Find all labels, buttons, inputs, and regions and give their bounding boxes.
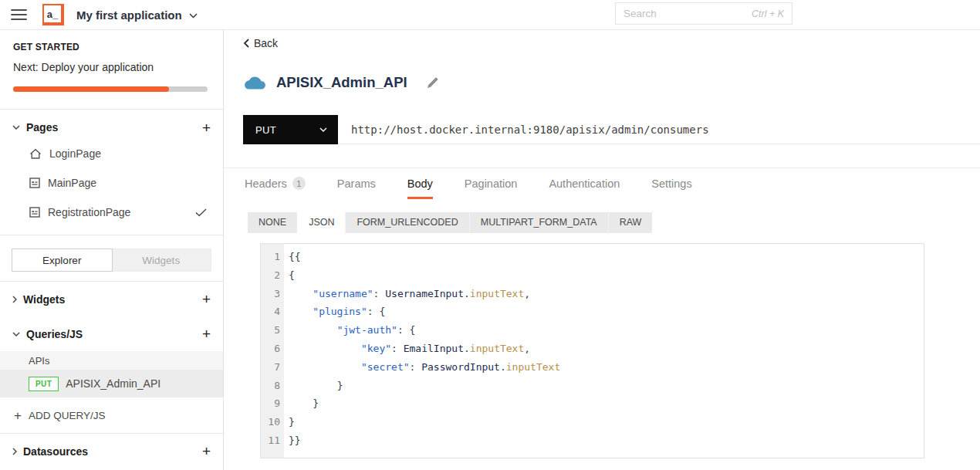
page-icon xyxy=(29,178,40,188)
search-input[interactable] xyxy=(623,8,752,19)
code-line[interactable]: } xyxy=(289,413,924,431)
topbar: a_ My first application Ctrl + K xyxy=(0,0,980,30)
home-icon xyxy=(29,148,42,160)
pages-section-header[interactable]: Pages xyxy=(12,116,211,139)
sidebar-item-loginpage[interactable]: LoginPage xyxy=(12,139,211,168)
http-method-dropdown[interactable]: PUT xyxy=(243,115,338,144)
api-name-title: APISIX_Admin_API xyxy=(276,74,407,91)
tab-body[interactable]: Body xyxy=(407,177,433,199)
pages-section-label: Pages xyxy=(26,121,58,134)
app-title-chevron-down-icon[interactable] xyxy=(189,13,198,19)
url-value: http://host.docker.internal:9180/apisix/… xyxy=(351,123,709,136)
search-box[interactable]: Ctrl + K xyxy=(615,2,792,25)
appsmith-logo[interactable]: a_ xyxy=(42,4,64,25)
body-type-tabs: NONE JSON FORM_URLENCODED MULTIPART_FORM… xyxy=(248,212,652,233)
tab-label: Settings xyxy=(651,178,691,190)
chevron-right-icon xyxy=(12,296,17,303)
json-code-editor[interactable]: 1234567891011 {{{ "username": UsernameIn… xyxy=(260,243,924,458)
get-started-panel: GET STARTED Next: Deploy your applicatio… xyxy=(0,30,223,110)
body-type-raw[interactable]: RAW xyxy=(608,212,653,233)
line-number: 6 xyxy=(261,340,280,358)
get-started-heading: GET STARTED xyxy=(13,42,210,52)
apis-group-label[interactable]: APIs xyxy=(0,351,223,370)
chevron-down-icon xyxy=(12,125,20,130)
tab-authentication[interactable]: Authentication xyxy=(549,177,620,199)
datasources-section-header[interactable]: Datasources xyxy=(0,434,223,468)
code-line[interactable]: } xyxy=(289,377,924,395)
api-editor-main: Back APISIX_Admin_API PUT http://host.do… xyxy=(224,30,980,470)
sidebar-item-registrationpage[interactable]: RegistrationPage xyxy=(12,198,211,227)
code-line[interactable]: "plugins": { xyxy=(289,303,924,321)
code-line[interactable]: } xyxy=(289,394,924,413)
widgets-section-label: Widgets xyxy=(23,293,65,306)
request-bar: PUT http://host.docker.internal:9180/api… xyxy=(243,115,980,144)
body-type-json[interactable]: JSON xyxy=(297,212,345,233)
method-badge: PUT xyxy=(29,377,59,391)
chevron-right-icon xyxy=(12,448,17,455)
widgets-section-header[interactable]: Widgets xyxy=(0,282,223,316)
chevron-left-icon xyxy=(243,39,249,48)
add-widget-button[interactable] xyxy=(194,292,211,306)
add-page-button[interactable] xyxy=(194,120,211,135)
tab-label: Params xyxy=(337,178,376,190)
line-number: 1 xyxy=(261,248,280,266)
code-line[interactable]: { xyxy=(289,266,924,285)
line-number: 3 xyxy=(261,285,280,303)
url-input[interactable]: http://host.docker.internal:9180/apisix/… xyxy=(338,115,980,144)
http-method-value: PUT xyxy=(255,124,276,136)
tab-params[interactable]: Params xyxy=(337,177,376,199)
body-type-none[interactable]: NONE xyxy=(248,212,297,233)
current-page-check-icon xyxy=(195,208,207,217)
tab-settings[interactable]: Settings xyxy=(651,177,691,199)
tab-widgets-panel[interactable]: Widgets xyxy=(112,249,211,271)
sidebar-item-mainpage[interactable]: MainPage xyxy=(12,168,211,198)
search-shortcut-hint: Ctrl + K xyxy=(752,8,784,19)
api-title-row: APISIX_Admin_API xyxy=(245,74,439,91)
datasources-section-label: Datasources xyxy=(23,445,88,458)
chevron-down-icon xyxy=(12,332,20,336)
line-number: 8 xyxy=(261,377,280,395)
tab-explorer[interactable]: Explorer xyxy=(12,249,113,272)
line-number: 4 xyxy=(261,303,280,321)
back-button[interactable]: Back xyxy=(243,37,278,49)
api-item-label: APISIX_Admin_API xyxy=(66,377,161,390)
add-datasource-button[interactable] xyxy=(194,444,211,458)
page-item-label: LoginPage xyxy=(49,147,101,160)
code-line[interactable]: "username": UsernameInput.inputText, xyxy=(289,285,924,303)
code-line[interactable]: {{ xyxy=(289,248,924,266)
code-line[interactable]: }} xyxy=(289,431,924,450)
tab-pagination[interactable]: Pagination xyxy=(465,177,518,199)
tab-headers[interactable]: Headers 1 xyxy=(245,177,306,199)
hamburger-menu-icon[interactable] xyxy=(11,9,27,20)
page-item-label: RegistrationPage xyxy=(48,206,130,218)
line-number: 11 xyxy=(261,431,280,450)
pages-section: Pages LoginPage MainPage RegistrationP xyxy=(0,110,223,235)
add-query-js-label: ADD QUERY/JS xyxy=(29,410,106,421)
code-line[interactable]: "jwt-auth": { xyxy=(289,321,924,340)
progress-bar xyxy=(13,86,208,92)
editor-code[interactable]: {{{ "username": UsernameInput.inputText,… xyxy=(284,244,924,458)
editor-gutter: 1234567891011 xyxy=(261,244,284,458)
queries-section-header[interactable]: Queries/JS xyxy=(0,316,223,351)
sidebar-item-apisix-admin-api[interactable]: PUT APISIX_Admin_API xyxy=(0,370,223,397)
tab-label: Pagination xyxy=(465,178,518,190)
tab-label: Headers xyxy=(245,178,287,190)
back-label: Back xyxy=(254,37,278,49)
edit-name-pencil-icon[interactable] xyxy=(426,76,439,90)
sidebar: GET STARTED Next: Deploy your applicatio… xyxy=(0,30,224,470)
add-query-plus-button[interactable] xyxy=(194,326,211,341)
body-type-form-urlencoded[interactable]: FORM_URLENCODED xyxy=(345,212,468,233)
line-number: 2 xyxy=(261,266,280,285)
get-started-next-step: Next: Deploy your application xyxy=(13,61,210,73)
cloud-icon xyxy=(245,76,265,90)
app-title[interactable]: My first application xyxy=(76,8,182,22)
progress-fill xyxy=(13,86,169,92)
divider xyxy=(224,167,980,168)
code-line[interactable]: "secret": PasswordInput.inputText xyxy=(289,358,924,377)
request-tabs: Headers 1 Params Body Pagination Authent… xyxy=(245,177,692,199)
explorer-widgets-switch: Explorer Widgets xyxy=(12,249,211,272)
code-line[interactable]: "key": EmailInput.inputText, xyxy=(289,340,924,358)
plus-icon xyxy=(14,409,22,422)
body-type-multipart-form-data[interactable]: MULTIPART_FORM_DATA xyxy=(469,212,608,233)
add-query-js-button[interactable]: ADD QUERY/JS xyxy=(0,397,223,433)
